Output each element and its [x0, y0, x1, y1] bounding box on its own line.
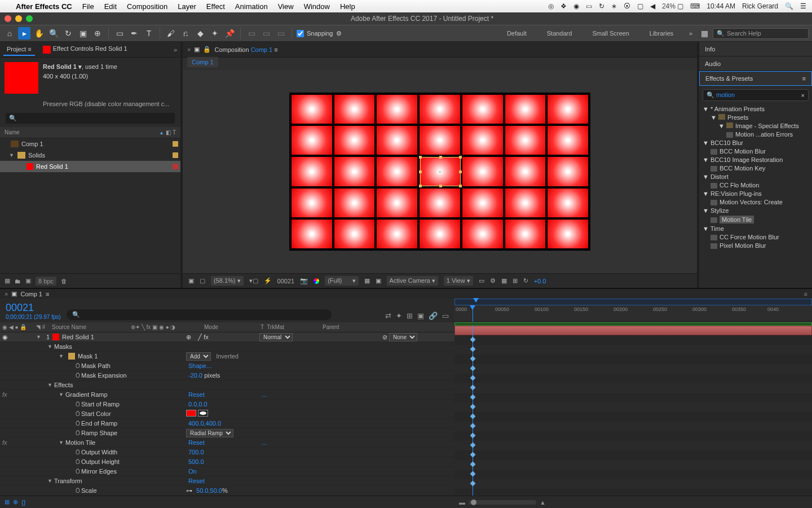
layer-mode-select[interactable]: Normal — [259, 333, 293, 341]
tl-btn-1-icon[interactable]: ⇄ — [385, 312, 391, 320]
layer-duration-bar[interactable] — [454, 326, 812, 335]
camera-tool-icon[interactable]: ▣ — [77, 27, 89, 40]
fx-motion-errors[interactable]: Motion ...ation Errors — [703, 130, 809, 138]
camera-dropdown[interactable]: Active Camera ▾ — [387, 276, 438, 286]
rotate-tool-icon[interactable]: ↻ — [62, 27, 74, 40]
shape-tool-icon[interactable]: ▭ — [113, 27, 126, 40]
time-navigator[interactable] — [454, 299, 812, 305]
pixel-aspect-icon[interactable]: ▭ — [479, 277, 484, 284]
time-ruler[interactable]: 0000 00050 00100 00150 00200 00250 00300… — [454, 305, 812, 322]
pan-behind-tool-icon[interactable]: ⊕ — [91, 27, 104, 40]
window-minimize-button[interactable] — [15, 15, 22, 22]
project-row-comp[interactable]: Comp 1 — [0, 138, 180, 150]
toggle-switches-icon[interactable]: ⊞ — [5, 498, 10, 506]
fx-distort[interactable]: ▼ Distort — [703, 172, 809, 181]
prop-mirror-edges[interactable]: ÖMirror EdgesOn — [0, 467, 454, 476]
fast-draft-icon[interactable]: ⚙ — [490, 277, 496, 284]
tl-btn-3-icon[interactable]: ⊞ — [407, 312, 413, 320]
anchor-point-icon[interactable]: ✦ — [438, 169, 442, 175]
project-row-red-solid[interactable]: Red Solid 1 — [0, 161, 180, 172]
audio-panel-header[interactable]: Audio — [699, 56, 812, 71]
project-row-solids[interactable]: ▼Solids — [0, 150, 180, 161]
channel-icon[interactable] — [314, 278, 319, 284]
tl-btn-5-icon[interactable]: 🔗 — [429, 312, 438, 320]
fx-flo-motion[interactable]: CC Flo Motion — [703, 181, 809, 189]
fx-force-motion-blur[interactable]: CC Force Motion Blur — [703, 233, 809, 241]
magnify-icon[interactable]: ▣ — [188, 277, 194, 284]
mask-mode-select[interactable]: Add — [186, 352, 211, 361]
info-panel-header[interactable]: Info — [699, 42, 812, 56]
menubar-siri-icon[interactable]: ◎ — [548, 2, 554, 10]
type-tool-icon[interactable]: T — [143, 27, 155, 40]
timeline-tracks[interactable] — [454, 326, 812, 496]
layer-parent-select[interactable]: None — [389, 333, 417, 341]
menu-effect[interactable]: Effect — [206, 2, 225, 11]
composition-viewer[interactable]: ✦ — [183, 70, 697, 273]
prop-mask-path[interactable]: ÖMask PathShape... — [0, 361, 454, 371]
clear-search-icon[interactable]: × — [801, 92, 805, 99]
workspace-small[interactable]: Small Screen — [582, 28, 639, 39]
project-col-name[interactable]: Name — [5, 129, 160, 135]
new-comp-icon[interactable]: ▣ — [25, 277, 31, 284]
menu-composition[interactable]: Composition — [127, 2, 167, 11]
menubar-wifi-icon[interactable]: ⦿ — [624, 2, 630, 10]
timeline-icon[interactable]: ▦ — [501, 277, 507, 284]
transparency-grid-icon[interactable]: ▦ — [364, 277, 370, 284]
fast-preview-icon[interactable]: ⚡ — [264, 277, 272, 284]
layer-selection-box[interactable]: ✦ — [420, 157, 461, 186]
delete-icon[interactable]: 🗑 — [61, 278, 67, 284]
menubar-keyboard-icon[interactable]: ⌨ — [690, 2, 700, 10]
menubar-cc-icon[interactable]: ◉ — [573, 2, 579, 10]
menu-file[interactable]: File — [82, 2, 94, 11]
ramp-shape-select[interactable]: Radial Ramp — [186, 429, 233, 437]
current-frame[interactable]: 00021 — [277, 278, 295, 284]
timeline-menu-icon[interactable]: ≡ — [804, 291, 807, 297]
fx-motion-tile[interactable]: Motion Tile — [703, 214, 809, 224]
fx-bcc-motion-blur[interactable]: BCC Motion Blur — [703, 147, 809, 155]
app-name[interactable]: After Effects CC — [16, 2, 72, 11]
menubar-bluetooth-icon[interactable]: ∗ — [611, 2, 617, 10]
project-search-input[interactable]: 🔍 — [6, 113, 175, 124]
menubar-dropbox-icon[interactable]: ❖ — [561, 2, 567, 10]
prop-effects[interactable]: ▼Effects — [0, 380, 454, 390]
eyedropper-icon[interactable] — [198, 410, 208, 417]
fx-stylize[interactable]: ▼ Stylize — [703, 206, 809, 214]
comp-tab-lock-icon[interactable]: 🔒 — [203, 46, 211, 53]
help-search-input[interactable]: 🔍 Search Help — [713, 28, 809, 39]
composition-canvas[interactable]: ✦ — [289, 93, 590, 251]
menubar-volume-icon[interactable]: ◀ — [650, 2, 655, 10]
layer-row-1[interactable]: ◉ ▼1 Red Solid 1 ⊕ ╱ fx Normal ⊘ None — [0, 332, 454, 342]
prop-start-ramp[interactable]: ÖStart of Ramp0.0,0.0 — [0, 400, 454, 409]
roto-tool-icon[interactable]: ✦ — [209, 27, 221, 40]
window-zoom-button[interactable] — [26, 15, 33, 22]
view-dropdown[interactable]: 1 View ▾ — [444, 276, 473, 286]
prop-output-height[interactable]: ÖOutput Height500.0 — [0, 457, 454, 467]
current-timecode[interactable]: 00021 — [6, 302, 61, 314]
reset-exposure-icon[interactable]: ↻ — [523, 277, 528, 284]
menu-edit[interactable]: Edit — [104, 2, 117, 11]
tl-btn-4-icon[interactable]: ▣ — [417, 312, 424, 320]
effects-search-input[interactable]: 🔍 motion × — [703, 89, 809, 101]
menubar-timemachine-icon[interactable]: ↻ — [599, 2, 604, 10]
comp-tab-close-icon[interactable]: × — [187, 46, 191, 53]
fx-animation-presets[interactable]: ▼ * Animation Presets — [703, 104, 809, 113]
panel-overflow-icon[interactable]: » — [174, 46, 177, 53]
menu-animation[interactable]: Animation — [235, 2, 268, 11]
project-col-type-icon[interactable]: T — [173, 129, 176, 135]
prop-end-ramp[interactable]: ÖEnd of Ramp400.0,400.0 — [0, 419, 454, 428]
home-tool-icon[interactable]: ⌂ — [3, 27, 16, 40]
prop-transform[interactable]: ▼TransformReset — [0, 476, 454, 486]
menu-help[interactable]: Help — [340, 2, 355, 11]
fx-presets-folder[interactable]: ▼ Presets — [703, 113, 809, 121]
effect-controls-tab[interactable]: Effect Controls Red Solid 1 — [39, 43, 131, 55]
window-close-button[interactable] — [5, 15, 11, 22]
workspace-default[interactable]: Default — [497, 28, 537, 39]
puppet-tool-icon[interactable]: 📌 — [223, 27, 236, 40]
timeline-tab-label[interactable]: Comp 1 — [20, 291, 42, 297]
selection-tool-icon[interactable]: ▸ — [18, 27, 30, 40]
fx-image-sfx-folder[interactable]: ▼ Image - Special Effects — [703, 121, 809, 130]
menubar-battery[interactable]: 24% ▢ — [662, 2, 683, 10]
roi-icon[interactable]: ▣ — [376, 277, 381, 284]
toggle-brackets-icon[interactable]: {} — [21, 499, 25, 506]
menubar-wd-icon[interactable]: ▭ — [586, 2, 592, 10]
